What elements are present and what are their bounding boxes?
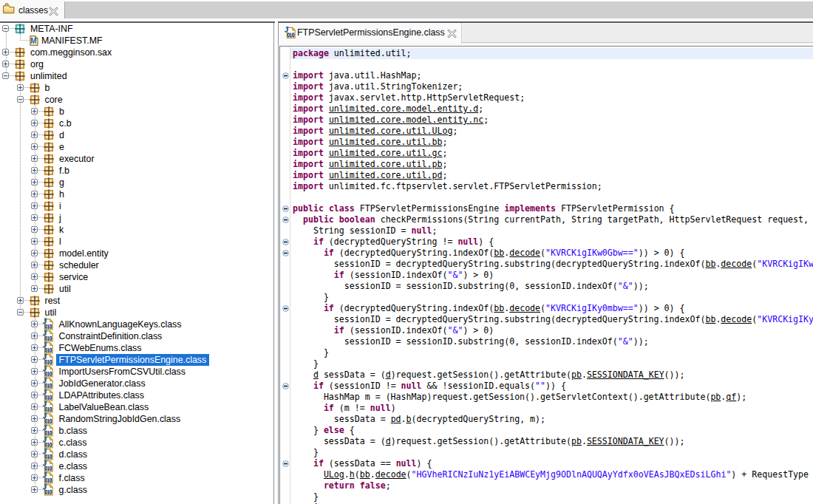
tree-expand-toggle[interactable] <box>31 321 38 327</box>
tree-item-package[interactable]: b <box>0 106 273 118</box>
tree-expand-toggle[interactable] <box>31 451 38 457</box>
tree-item-class[interactable]: RandomStringJobIdGen.class <box>0 413 273 425</box>
tree-expand-toggle[interactable] <box>31 333 38 339</box>
tree-expand-toggle[interactable] <box>31 155 38 162</box>
tree-item-package[interactable]: rest <box>0 295 273 307</box>
code-line: package unlimited.util; <box>293 48 412 59</box>
tree-expand-toggle[interactable] <box>31 463 38 469</box>
tree-collapse-toggle[interactable] <box>2 25 9 32</box>
fold-collapse-icon[interactable] <box>282 205 289 212</box>
tree-item-class[interactable]: ImportUsersFromCSVUtil.class <box>0 366 273 378</box>
tab-class-file-close-icon[interactable] <box>447 29 457 38</box>
tree-item-package[interactable]: b <box>0 82 273 94</box>
tree-expand-toggle[interactable] <box>31 380 38 386</box>
tree-item-package[interactable]: META-INF <box>0 23 273 35</box>
tree-expand-toggle[interactable] <box>2 49 9 55</box>
package-tree-panel[interactable]: META-INFMMANIFEST.MFcom.megginson.saxorg… <box>0 23 273 504</box>
tree-collapse-toggle[interactable] <box>17 96 24 103</box>
fold-collapse-icon[interactable] <box>282 383 289 389</box>
tree-item-package[interactable]: g <box>0 177 273 188</box>
tab-classes[interactable]: classes <box>0 0 64 21</box>
tree-expand-toggle[interactable] <box>31 143 38 150</box>
tree-item-class[interactable]: ConstraintDefinition.class <box>0 330 273 342</box>
tree-expand-toggle[interactable] <box>31 132 38 138</box>
tree-item-class[interactable]: g.class <box>0 484 273 496</box>
tree-item-class[interactable]: FTPServletPermissionsEngine.class <box>0 354 273 366</box>
tree-item-class[interactable]: d.class <box>0 449 273 460</box>
tree-expand-toggle[interactable] <box>31 214 38 221</box>
tree-expand-toggle[interactable] <box>31 226 38 233</box>
tree-item-package[interactable]: util <box>0 307 273 319</box>
tree-item-class[interactable]: AllKnownLanguageKeys.class <box>0 319 273 330</box>
tree-expand-toggle[interactable] <box>31 167 38 174</box>
tree-expand-toggle[interactable] <box>31 415 38 422</box>
fold-collapse-icon[interactable] <box>282 250 289 256</box>
tree-item-package[interactable]: i <box>0 200 273 212</box>
tree-expand-toggle[interactable] <box>31 474 38 481</box>
tree-item-label: g <box>59 177 64 188</box>
tree-item-package[interactable]: executor <box>0 153 273 165</box>
tree-item-class[interactable]: LDAPAttributes.class <box>0 389 273 401</box>
tree-item-package[interactable]: l <box>0 236 273 248</box>
tree-expand-toggle[interactable] <box>31 250 38 256</box>
tree-item-package[interactable]: scheduler <box>0 259 273 271</box>
code-editor[interactable]: package unlimited.util;import java.util.… <box>290 47 813 504</box>
code-line: import unlimited.core.model.entity.d; <box>293 103 483 115</box>
tree-item-package[interactable]: unlimited <box>0 70 273 82</box>
tree-item-package[interactable]: core <box>0 94 273 106</box>
tree-item-package[interactable]: com.megginson.sax <box>0 47 273 58</box>
code-line: sessData = (d)request.getSession().getAt… <box>293 436 685 447</box>
tree-item-label: f.class <box>59 472 85 484</box>
fold-collapse-icon[interactable] <box>282 305 289 312</box>
tree-item-package[interactable]: service <box>0 271 273 283</box>
tree-item-package[interactable]: MMANIFEST.MF <box>0 35 273 47</box>
fold-collapse-icon[interactable] <box>282 460 289 467</box>
tree-expand-toggle[interactable] <box>31 191 38 197</box>
tree-expand-toggle[interactable] <box>31 238 38 245</box>
tree-item-class[interactable]: c.class <box>0 437 273 449</box>
tree-expand-toggle[interactable] <box>31 356 38 363</box>
tree-item-package[interactable]: j <box>0 212 273 224</box>
fold-collapse-icon[interactable] <box>282 217 289 223</box>
tree-item-class[interactable]: LabelValueBean.class <box>0 401 273 413</box>
tree-expand-toggle[interactable] <box>31 486 38 493</box>
tree-item-class[interactable]: f.class <box>0 472 273 484</box>
tree-expand-toggle[interactable] <box>31 179 38 185</box>
tree-item-class[interactable]: b.class <box>0 425 273 437</box>
tree-expand-toggle[interactable] <box>31 202 38 209</box>
tree-item-package[interactable]: d <box>0 129 273 141</box>
fold-gutter[interactable] <box>280 47 290 504</box>
tree-expand-toggle[interactable] <box>17 84 24 91</box>
tree-expand-toggle[interactable] <box>17 297 24 304</box>
tree-item-package[interactable]: k <box>0 224 273 236</box>
tree-item-package[interactable]: f.b <box>0 165 273 177</box>
tree-expand-toggle[interactable] <box>31 439 38 446</box>
tree-item-class[interactable]: JobIdGenerator.class <box>0 378 273 389</box>
tree-expand-toggle[interactable] <box>31 403 38 410</box>
tree-expand-toggle[interactable] <box>31 120 38 126</box>
tab-class-file[interactable]: FTPServletPermissionsEngine.class <box>279 23 462 44</box>
tree-expand-toggle[interactable] <box>31 392 38 398</box>
tree-expand-toggle[interactable] <box>31 344 38 351</box>
tree-collapse-toggle[interactable] <box>17 309 24 316</box>
tree-expand-toggle[interactable] <box>31 273 38 280</box>
tree-expand-toggle[interactable] <box>31 427 38 434</box>
tree-item-package[interactable]: model.entity <box>0 248 273 259</box>
tree-expand-toggle[interactable] <box>31 368 38 375</box>
tree-expand-toggle[interactable] <box>31 285 38 292</box>
tree-collapse-toggle[interactable] <box>2 72 9 79</box>
tree-expand-toggle[interactable] <box>31 262 38 268</box>
tree-item-package[interactable]: c.b <box>0 118 273 129</box>
tree-item-package[interactable]: org <box>0 58 273 70</box>
tree-item-package[interactable]: util <box>0 283 273 295</box>
tree-item-package[interactable]: e <box>0 141 273 153</box>
tree-expand-toggle[interactable] <box>31 108 38 115</box>
tree-item-package[interactable]: h <box>0 188 273 200</box>
tree-item-class[interactable]: e.class <box>0 460 273 472</box>
tree-expand-toggle[interactable] <box>2 61 9 67</box>
editor-panel: FTPServletPermissionsEngine.class packag… <box>279 23 813 504</box>
tree-item-class[interactable]: FCWebEnums.class <box>0 342 273 354</box>
tab-classes-close-icon[interactable] <box>49 7 58 16</box>
fold-collapse-icon[interactable] <box>282 72 289 79</box>
fold-collapse-icon[interactable] <box>282 239 289 245</box>
